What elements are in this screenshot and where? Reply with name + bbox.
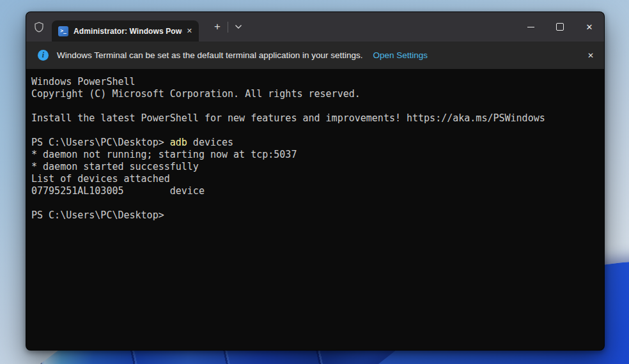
terminal-line: Install the latest PowerShell for new fe… xyxy=(31,112,596,125)
prompt-text: PS C:\Users\PC\Desktop> xyxy=(31,209,164,221)
terminal-text: * daemon not running; starting now at tc… xyxy=(31,149,297,160)
terminal-text: Windows PowerShell xyxy=(31,76,136,87)
maximize-button[interactable] xyxy=(545,12,575,42)
terminal-line: Windows PowerShell xyxy=(31,76,596,88)
close-icon: ✕ xyxy=(586,23,593,31)
terminal-content[interactable]: Windows PowerShell Copyright (C) Microso… xyxy=(26,69,604,222)
terminal-line-prompt: PS C:\Users\PC\Desktop> xyxy=(31,209,596,222)
new-tab-button[interactable]: + xyxy=(209,20,226,33)
terminal-text: * daemon started successfully xyxy=(31,161,199,172)
terminal-text: Copyright (C) Microsoft Corporation. All… xyxy=(31,88,361,100)
terminal-window: >_ Administrator: Windows PowerShell ✕ + xyxy=(26,11,605,351)
prompt-text: PS C:\Users\PC\Desktop> xyxy=(31,137,170,148)
terminal-line: Copyright (C) Microsoft Corporation. All… xyxy=(31,88,596,100)
terminal-text: List of devices attached xyxy=(31,173,170,185)
titlebar-divider xyxy=(228,22,228,33)
terminal-line: * daemon started successfully xyxy=(31,161,596,173)
banner-message: Windows Terminal can be set as the defau… xyxy=(57,50,363,60)
terminal-line-blank xyxy=(31,197,596,209)
terminal-line-device: 07795251AL103005 device xyxy=(31,185,596,197)
chevron-down-icon xyxy=(235,24,242,29)
terminal-text: Install the latest PowerShell for new fe… xyxy=(31,112,545,124)
close-window-button[interactable]: ✕ xyxy=(575,12,604,42)
tab-close-icon[interactable]: ✕ xyxy=(187,27,192,34)
tab-dropdown-button[interactable] xyxy=(230,24,247,29)
default-terminal-banner: i Windows Terminal can be set as the def… xyxy=(26,42,604,69)
tab-title: Administrator: Windows PowerShell xyxy=(74,27,182,36)
desktop: >_ Administrator: Windows PowerShell ✕ + xyxy=(0,0,629,364)
admin-shield-icon xyxy=(33,20,45,33)
minimize-icon xyxy=(527,27,534,27)
open-settings-link[interactable]: Open Settings xyxy=(373,50,428,60)
powershell-icon: >_ xyxy=(58,26,68,36)
caption-buttons: ✕ xyxy=(516,12,604,42)
maximize-icon xyxy=(556,23,564,31)
info-icon: i xyxy=(38,50,49,61)
terminal-line-blank xyxy=(31,100,596,112)
terminal-text: 07795251AL103005 device xyxy=(31,185,205,197)
title-bar: >_ Administrator: Windows PowerShell ✕ + xyxy=(26,12,604,42)
tab-administrator-powershell[interactable]: >_ Administrator: Windows PowerShell ✕ xyxy=(52,20,199,42)
terminal-line: List of devices attached xyxy=(31,173,596,185)
terminal-line-command: PS C:\Users\PC\Desktop> adb devices xyxy=(31,137,596,149)
banner-close-icon[interactable]: ✕ xyxy=(587,52,594,59)
terminal-line: * daemon not running; starting now at tc… xyxy=(31,149,596,161)
minimize-button[interactable] xyxy=(516,12,545,42)
command-args-text: devices xyxy=(187,137,233,148)
terminal-line-blank xyxy=(31,125,596,137)
command-text: adb xyxy=(170,137,187,148)
